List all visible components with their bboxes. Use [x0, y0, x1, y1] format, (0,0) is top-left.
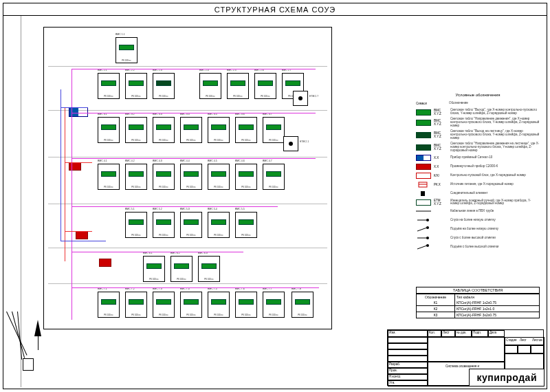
signal-device: РК 100 нс — [263, 164, 285, 190]
cable-run — [65, 162, 92, 163]
signal-device: РК 100 нс — [98, 164, 120, 190]
signal-device: РК 100 нс — [263, 117, 285, 143]
exit-sign-icon — [211, 219, 226, 225]
exit-sign-icon — [258, 80, 273, 86]
svg-line-12 — [417, 246, 427, 249]
exit-sign-icon — [211, 171, 226, 177]
exit-sign-icon — [239, 299, 254, 305]
signal-device: РК 100 нс — [235, 212, 257, 238]
signal-device: РК 100 нс — [153, 212, 175, 238]
legend-row: Спуск на более низкую отметку — [416, 217, 540, 224]
signal-device: РК 100 нс — [143, 256, 165, 282]
legend-symbol-icon — [416, 190, 431, 197]
legend-row: РК.XИсточник питания, где X-порядковый н… — [416, 181, 540, 188]
legend-symbol-icon — [416, 164, 431, 170]
exit-sign-icon — [129, 80, 144, 86]
cable-run — [65, 107, 65, 261]
drawing-sheet: СТРУКТУРНАЯ СХЕМА СОУЭ РК 100 нсВМС 1.1Р… — [3, 3, 547, 389]
signal-device: РК 100 нс — [235, 117, 257, 143]
signal-device: РК 100 нс — [263, 292, 285, 318]
legend-row: Спуск с более высокой отметки — [416, 235, 540, 241]
cable-run — [60, 89, 61, 241]
signal-device: РК 100 нс — [170, 256, 192, 282]
exit-sign-icon — [184, 219, 199, 225]
signal-device: РК 100 нс — [125, 292, 147, 318]
legend-row: ВМС X.Y.ZСветовое табло "Направление дви… — [416, 118, 540, 128]
exit-sign-icon — [184, 299, 199, 305]
axis-origin-icon — [23, 358, 34, 371]
cable-run — [72, 158, 316, 159]
control-device — [69, 162, 81, 171]
legend-row: X.XПрибор приёмный Сигнал-10 — [416, 154, 540, 161]
table-row: К3КПСнг(А)-FRHF 3х2х0.75 — [417, 312, 539, 318]
exit-sign-icon — [129, 299, 144, 305]
legend-symbol-icon — [416, 182, 431, 188]
svg-line-8 — [417, 228, 427, 231]
north-arrow-icon — [24, 320, 52, 361]
signal-device: РК 100 нс — [208, 212, 230, 238]
legend-title: Условные обозначения — [416, 93, 540, 97]
legend-symbol-icon — [416, 132, 431, 138]
cable-run — [60, 241, 106, 241]
legend-row: ВМС X.Y.ZСветовое табло "Направление дви… — [416, 142, 540, 153]
signal-device: РК 100 нс — [208, 117, 230, 143]
signal-device: РК 100 нс — [125, 212, 147, 238]
signal-device: РК 100 нс — [235, 292, 257, 318]
legend-symbol-icon — [416, 155, 431, 161]
signal-device: РК 100 нс — [125, 73, 147, 99]
svg-point-7 — [426, 219, 429, 221]
legend-row: X.XПромежуточный прибор С2000-К — [416, 163, 540, 170]
exit-sign-icon — [239, 171, 254, 177]
correspondence-table: ТАБЛИЦА СООТВЕТСТВИЯ Обозначение Тип каб… — [416, 287, 540, 318]
exit-sign-icon — [266, 171, 281, 177]
exit-sign-icon — [239, 124, 254, 130]
exit-sign-icon — [211, 299, 226, 305]
legend-symbol-icon — [416, 144, 431, 151]
signal-device: РК 100 нс — [199, 73, 221, 99]
cable-run — [72, 252, 243, 252]
svg-point-11 — [426, 237, 429, 239]
cable-run — [72, 113, 316, 113]
exit-sign-icon — [156, 171, 171, 177]
signal-device: РК 100 нс — [254, 73, 276, 99]
legend-symbol-icon — [416, 235, 431, 241]
exit-sign-icon — [239, 219, 254, 225]
watermark: купипродай — [469, 369, 544, 386]
svg-point-0 — [298, 96, 302, 100]
table-row: К2КПСнг(А)-FRHF 1х2х1.0 — [417, 305, 539, 312]
legend-symbol-icon — [416, 226, 431, 232]
exit-sign-icon — [156, 124, 171, 130]
signal-device: РК 100 нс — [153, 292, 175, 318]
exit-sign-icon — [230, 80, 245, 86]
legend-row: Соединительный элемент — [416, 190, 540, 197]
manual-call-point — [283, 136, 298, 151]
signal-device: РК 100 нс — [180, 212, 202, 238]
exit-sign-icon — [101, 124, 116, 130]
manual-call-point — [293, 91, 308, 106]
svg-point-9 — [426, 226, 429, 229]
signal-device: РК 100 нс — [198, 256, 220, 282]
legend-row: Подъём с более высокой отметки — [416, 243, 540, 250]
signal-device: РК 100 нс — [98, 292, 120, 318]
signal-device: РК 100 нс — [180, 117, 202, 143]
cable-run — [72, 287, 319, 288]
cable-run — [72, 206, 278, 207]
exit-sign-icon — [266, 299, 281, 305]
exit-sign-icon — [156, 80, 171, 86]
exit-sign-icon — [101, 299, 116, 305]
legend-symbol-icon — [416, 199, 431, 206]
control-device — [99, 259, 111, 267]
legend-symbol-icon — [416, 217, 431, 224]
signal-device: РК 100 нс — [208, 164, 230, 190]
signal-device: РК 100 нс — [235, 164, 257, 190]
exit-sign-icon — [156, 219, 171, 225]
exit-sign-icon — [184, 171, 199, 177]
svg-point-1 — [289, 142, 293, 146]
signal-device: РК 100 нс — [227, 73, 249, 99]
exit-sign-icon — [101, 80, 116, 86]
exit-sign-icon — [129, 171, 144, 177]
drawing-title: СТРУКТУРНАЯ СХЕМА СОУЭ — [3, 5, 547, 16]
legend-row: Подъём на более низкую отметку — [416, 226, 540, 232]
exit-sign-icon — [201, 263, 217, 269]
exit-sign-icon — [129, 219, 144, 225]
